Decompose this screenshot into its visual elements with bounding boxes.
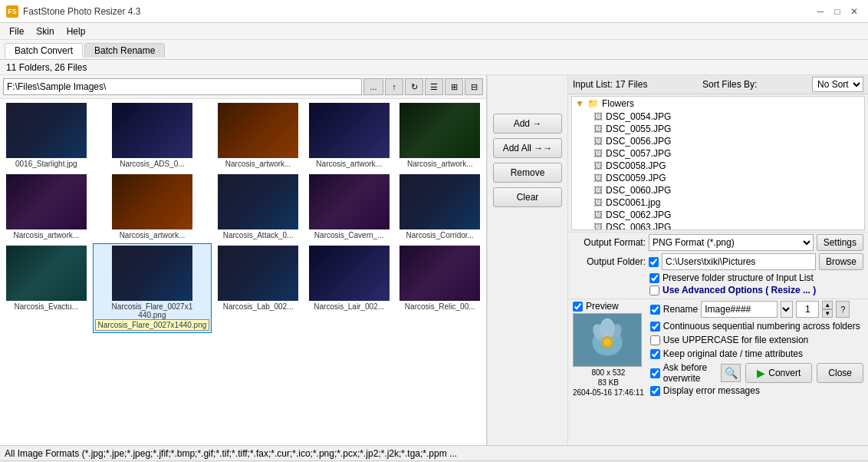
titlebar-left: FS FastStone Photo Resizer 4.3 (6, 5, 140, 18)
list-item[interactable]: 🖼DSC_0057.JPG (572, 147, 864, 160)
tab-batch-rename[interactable]: Batch Rename (84, 43, 165, 58)
preview-dimensions: 800 x 532 (573, 368, 644, 377)
number-down-button[interactable]: ▼ (822, 309, 833, 318)
rename-help-button[interactable]: ? (836, 301, 850, 318)
maximize-button[interactable]: □ (830, 4, 845, 19)
uppercase-checkbox[interactable] (650, 335, 660, 345)
preview-size: 83 KB (573, 378, 644, 387)
refresh-icon[interactable]: ↻ (405, 78, 423, 95)
advanced-checkbox[interactable] (649, 285, 659, 295)
thumb-label: Narcosis_Lab_002... (223, 302, 294, 311)
list-item[interactable]: Narcosis_artwork... (395, 101, 485, 170)
browse-output-button[interactable]: Browse (819, 253, 863, 270)
svg-point-4 (600, 318, 615, 339)
menubar: File Skin Help (0, 23, 868, 40)
list-item[interactable]: Narcosis_artwork... (213, 101, 303, 170)
convert-button[interactable]: ▶ Convert (745, 363, 812, 383)
list-item[interactable]: 🖼DSC0059.JPG (572, 172, 864, 184)
folder-file-count: 11 Folders, 26 Files (6, 62, 87, 73)
search-button[interactable]: 🔍 (721, 364, 741, 382)
view-large-icon[interactable]: ⊟ (465, 78, 483, 95)
remove-button[interactable]: Remove (493, 163, 562, 183)
thumb-label: Narcosis_Lair_002... (314, 302, 384, 311)
nav-up-icon[interactable]: ↑ (385, 78, 403, 95)
list-item[interactable]: Narcosis_Flare_0027x1440.pngNarcosis_Fla… (93, 243, 212, 333)
output-folder-input[interactable] (662, 253, 816, 270)
tab-batch-convert[interactable]: Batch Convert (5, 43, 83, 58)
preserve-folder-checkbox[interactable] (649, 273, 659, 283)
action-buttons-row: 🔍 ▶ Convert Close (721, 363, 863, 383)
list-item[interactable]: 🖼DSC_0063.JPG (572, 221, 864, 230)
list-item[interactable]: 🖼DSC_0055.JPG (572, 123, 864, 135)
folder-bar: ... ↑ ↻ ☰ ⊞ ⊟ (0, 75, 486, 99)
add-label: Add → (514, 118, 542, 129)
number-spinner: ▲ ▼ (822, 301, 833, 318)
number-up-button[interactable]: ▲ (822, 301, 833, 309)
list-item[interactable]: Narcosis_ADS_0... (93, 101, 212, 170)
list-item[interactable]: Narcosis_Evactu... (2, 243, 91, 333)
keep-date-checkbox[interactable] (650, 349, 660, 359)
folder-path-input[interactable] (3, 78, 362, 95)
list-item[interactable]: 🖼DSC_0054.JPG (572, 111, 864, 123)
menu-file[interactable]: File (3, 25, 30, 38)
minimize-button[interactable]: ─ (813, 4, 828, 19)
sort-label: Sort Files By: (702, 79, 757, 90)
display-errors-row: Display error messages (650, 385, 863, 396)
thumb-label: Narcosis_Attack_0... (223, 231, 294, 239)
uppercase-label: Use UPPERCASE for file extension (663, 335, 808, 345)
options-section: Rename ▼ ▲ ▼ ? Continuous sequential nu (650, 301, 863, 398)
ask-overwrite-checkbox[interactable] (650, 368, 660, 378)
rename-number-input[interactable] (796, 301, 819, 318)
display-errors-checkbox[interactable] (650, 386, 660, 396)
view-list-icon[interactable]: ☰ (425, 78, 443, 95)
advanced-label[interactable]: Use Advanced Options ( Resize ... ) (663, 285, 816, 295)
rename-pattern-input[interactable] (701, 301, 778, 318)
rename-checkbox[interactable] (650, 305, 660, 315)
add-button[interactable]: Add → (493, 114, 562, 134)
thumb-label: Narcosis_Flare_0027x1440.png (110, 302, 194, 319)
close-button[interactable]: Close (817, 363, 863, 383)
view-grid-icon[interactable]: ⊞ (445, 78, 463, 95)
list-item[interactable]: 🖼DSC0061.jpg (572, 196, 864, 209)
menu-skin[interactable]: Skin (30, 25, 60, 38)
list-item[interactable]: 🖼DSC_0060.JPG (572, 184, 864, 196)
rename-pattern-select[interactable]: ▼ (781, 301, 793, 318)
play-icon: ▶ (757, 367, 765, 379)
list-item[interactable]: Narcosis_artwork... (304, 101, 394, 170)
list-item[interactable]: Narcosis_Lair_002... (304, 243, 394, 333)
thumb-area: 0016_Starlight.jpgNarcosis_ADS_0...Narco… (0, 99, 486, 445)
list-item[interactable]: 0016_Starlight.jpg (2, 101, 91, 170)
file-filter-bar: All Image Formats (*.jpg;*.jpe;*.jpeg;*.… (0, 445, 868, 460)
browse-folder-button[interactable]: ... (363, 78, 383, 95)
add-all-button[interactable]: Add All →→ (493, 138, 562, 158)
convert-label: Convert (768, 368, 801, 378)
preview-checkbox[interactable] (573, 302, 583, 312)
list-item[interactable]: Narcosis_Cavern_... (304, 172, 394, 242)
list-item[interactable]: Narcosis_Attack_0... (213, 172, 303, 242)
toolbar-icons: ↑ ↻ ☰ ⊞ ⊟ (385, 78, 483, 95)
menu-help[interactable]: Help (61, 25, 92, 38)
close-window-button[interactable]: ✕ (847, 4, 862, 19)
settings-button[interactable]: Settings (817, 234, 863, 251)
list-item[interactable]: 🖼DSC_0062.JPG (572, 209, 864, 221)
continuous-checkbox[interactable] (650, 322, 660, 332)
list-item[interactable]: Narcosis_artwork... (2, 172, 91, 242)
output-format-label: Output Format: (573, 237, 646, 248)
sort-select[interactable]: No SortNameDateSize (812, 77, 863, 92)
clear-button[interactable]: Clear (493, 187, 562, 207)
list-item[interactable]: 🖼DSC0058.JPG (572, 160, 864, 172)
list-item[interactable]: Narcosis_artwork... (93, 172, 212, 242)
thumb-label: Narcosis_Cavern_... (314, 231, 384, 239)
app-logo: FS (6, 5, 18, 18)
list-item[interactable]: Narcosis_Lab_002... (213, 243, 303, 333)
list-item[interactable]: 🖼DSC_0056.JPG (572, 135, 864, 147)
list-item[interactable]: Narcosis_Relic_00... (395, 243, 485, 333)
list-item[interactable]: Narcosis_Corridor... (395, 172, 485, 242)
thumb-label: 0016_Starlight.jpg (15, 160, 77, 168)
continuous-label: Continuous sequential numbering across f… (663, 321, 860, 332)
thumbnail-grid: 0016_Starlight.jpgNarcosis_ADS_0...Narco… (0, 99, 486, 445)
output-folder-checkbox[interactable] (649, 257, 659, 267)
thumb-label: Narcosis_artwork... (407, 160, 473, 168)
output-format-select[interactable]: PNG Format (*.png)JPEG Format (*.jpg)BMP… (649, 234, 814, 251)
tree-item[interactable]: ▼📁Flowers (572, 97, 864, 111)
